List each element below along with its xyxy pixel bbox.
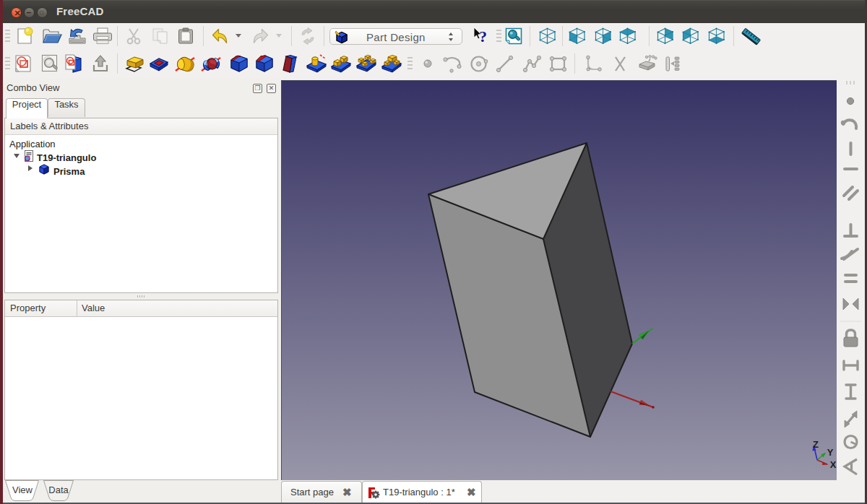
svg-text:Data: Data <box>48 485 69 495</box>
svg-text:?: ? <box>479 27 487 45</box>
svg-text:Z: Z <box>813 439 819 450</box>
svg-text:Y: Y <box>827 447 834 458</box>
svg-text:View: View <box>12 485 33 495</box>
svg-text:X: X <box>830 459 837 470</box>
